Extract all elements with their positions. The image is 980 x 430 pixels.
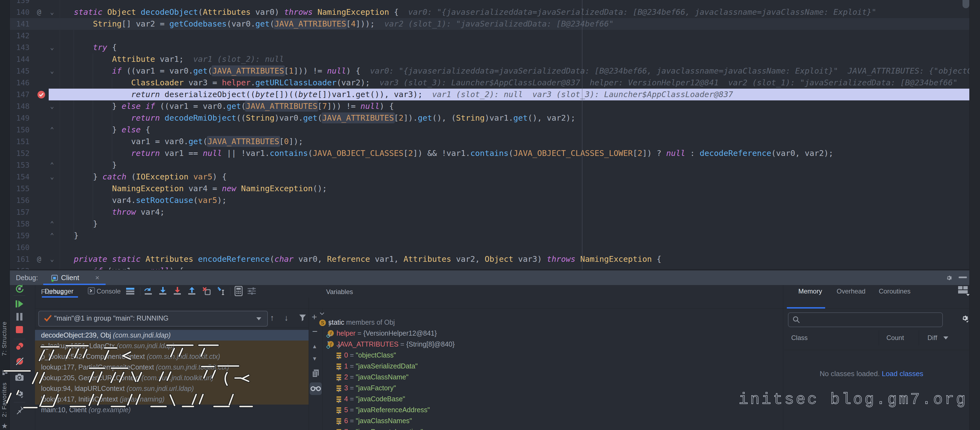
- code-line-139[interactable]: 139: [10, 0, 969, 6]
- code-line-142[interactable]: 142: [10, 30, 969, 41]
- code-line-161[interactable]: 161@⌄ private static Attributes encodeRe…: [10, 253, 969, 265]
- fold-marker-icon[interactable]: ⌄: [50, 6, 54, 18]
- show-watches-button[interactable]: [310, 382, 322, 395]
- rerun-icon[interactable]: [15, 284, 24, 293]
- variable-row[interactable]: 4 = "javaCodeBase": [336, 387, 405, 398]
- code-line-144[interactable]: 144 Attribute var1; var1 (slot_2): null: [10, 53, 969, 65]
- frame-row[interactable]: lookup:205, GenericURLContext (com.sun.j…: [35, 373, 309, 383]
- drop-frame-icon[interactable]: [202, 286, 211, 296]
- chevron-right-icon[interactable]: [336, 398, 430, 404]
- code-line-151[interactable]: 151 var1 = var0.get(JAVA_ATTRIBUTES[0]);: [10, 136, 969, 148]
- variable-row[interactable]: 1 = "javaSerializedData": [336, 354, 418, 365]
- run-to-cursor-icon[interactable]: [216, 286, 226, 296]
- chevron-right-icon[interactable]: [336, 376, 396, 382]
- code-line-153[interactable]: 153⌃ }: [10, 159, 969, 171]
- frame-down-icon[interactable]: ↓: [284, 313, 288, 322]
- code-editor[interactable]: 139140@⌄ static Object decodeObject(Attr…: [10, 0, 969, 270]
- evaluate-expression-icon[interactable]: [234, 286, 243, 296]
- code-line-149[interactable]: 149 return decodeRmiObject((String)var0.…: [10, 112, 969, 124]
- settings-gear-icon[interactable]: [945, 273, 953, 282]
- copy-value-icon[interactable]: [312, 369, 320, 378]
- frame-row[interactable]: decodeObject:239, Obj (com.sun.jndi.ldap…: [35, 330, 309, 341]
- variable-row[interactable]: 3 = "javaFactory": [336, 376, 396, 387]
- remove-watch-icon[interactable]: −: [312, 326, 318, 337]
- fold-marker-icon[interactable]: ⌃: [50, 124, 54, 136]
- code-line-148[interactable]: 148⌄ } else if ((var1 = var0.get(JAVA_AT…: [10, 100, 969, 112]
- code-line-146[interactable]: 146 ClassLoader var3 = helper.getURLClas…: [10, 77, 969, 89]
- breakpoint-icon[interactable]: [37, 90, 46, 99]
- pin-tab-icon[interactable]: [15, 405, 24, 415]
- fold-marker-icon[interactable]: ⌄: [50, 171, 54, 183]
- editor-scrollbar-thumb[interactable]: [963, 0, 969, 8]
- frame-row[interactable]: main:10, Client (org.example): [35, 405, 309, 415]
- fold-marker-icon[interactable]: ⌃: [50, 159, 54, 171]
- variable-row[interactable]: 0 = "objectClass": [336, 343, 396, 354]
- fold-marker-icon[interactable]: ⌄: [50, 65, 54, 77]
- chevron-right-icon[interactable]: [326, 321, 437, 328]
- chevron-right-icon[interactable]: [336, 420, 423, 426]
- code-line-157[interactable]: 157 throw var4;: [10, 206, 969, 218]
- memory-search-input[interactable]: [788, 313, 943, 327]
- fold-marker-icon[interactable]: ⌄: [50, 41, 54, 53]
- chevron-down-icon[interactable]: [319, 310, 395, 317]
- fold-marker-icon[interactable]: ⌄: [50, 253, 54, 265]
- chevron-down-icon[interactable]: [326, 332, 455, 339]
- memory-settings-gear-icon[interactable]: [960, 313, 970, 323]
- pause-icon[interactable]: [15, 313, 24, 321]
- chevron-right-icon[interactable]: [336, 387, 405, 394]
- code-line-147[interactable]: 147 return deserializeObject((byte[])((b…: [10, 89, 969, 100]
- step-out-icon[interactable]: [187, 286, 196, 296]
- tab-overhead[interactable]: Overhead: [837, 285, 865, 298]
- tab-console[interactable]: Console: [97, 285, 121, 298]
- variable-row[interactable]: 2 = "javaClassName": [336, 365, 409, 376]
- code-line-150[interactable]: 150⌃ } else {: [10, 124, 969, 136]
- filter-frames-icon[interactable]: [298, 313, 307, 322]
- variable-row[interactable]: S static members of Obj: [319, 310, 395, 321]
- step-over-icon[interactable]: [144, 286, 153, 296]
- debug-settings-gear-icon[interactable]: [15, 389, 25, 398]
- add-watch-icon[interactable]: +: [312, 311, 317, 322]
- code-line-155[interactable]: 155 NamingException var4 = new NamingExc…: [10, 183, 969, 195]
- load-classes-link[interactable]: Load classes: [882, 370, 923, 378]
- layout-settings-icon[interactable]: [958, 285, 970, 296]
- code-line-159[interactable]: 159⌃ }: [10, 230, 969, 241]
- frame-row[interactable]: lookup:177, PartialCompositeContext (com…: [35, 362, 309, 373]
- annotation-gutter-icon[interactable]: @: [37, 6, 41, 18]
- star-icon[interactable]: ★: [2, 422, 8, 430]
- column-class[interactable]: Class: [791, 332, 808, 343]
- mute-breakpoints-icon[interactable]: [15, 357, 24, 366]
- frame-up-icon[interactable]: ↑: [270, 313, 274, 322]
- frame-row[interactable]: lookup:417, InitialContext (javax.naming…: [35, 394, 309, 405]
- chevron-right-icon[interactable]: [336, 365, 409, 371]
- fold-marker-icon[interactable]: ⌃: [50, 230, 54, 241]
- code-line-145[interactable]: 145⌄ if ((var1 = var0.get(JAVA_ATTRIBUTE…: [10, 65, 969, 77]
- thread-selector-dropdown[interactable]: "main"@1 in group "main": RUNNING: [38, 311, 268, 327]
- fold-marker-icon[interactable]: ⌄: [50, 100, 54, 112]
- code-line-141[interactable]: 141 String[] var2 = getCodebases(var0.ge…: [10, 18, 969, 30]
- thread-dump-camera-icon[interactable]: [15, 373, 24, 381]
- code-line-154[interactable]: 154⌄ } catch (IOException var5) {: [10, 171, 969, 183]
- code-line-140[interactable]: 140@⌄ static Object decodeObject(Attribu…: [10, 6, 969, 18]
- close-tab-icon[interactable]: ×: [95, 271, 99, 285]
- resume-program-icon[interactable]: [15, 299, 24, 309]
- settings-sliders-icon[interactable]: [247, 287, 256, 295]
- chevron-right-icon[interactable]: [336, 409, 412, 415]
- code-line-162[interactable]: 162 if (var1 == null) {: [10, 265, 969, 270]
- variable-row[interactable]: 5 = "javaReferenceAddress": [336, 398, 430, 409]
- frame-row[interactable]: c_lookup:1051, LdapCtx (com.sun.jndi.lda…: [35, 341, 309, 351]
- view-breakpoints-icon[interactable]: [15, 342, 25, 352]
- variable-row[interactable]: 7 = "javaRemoteLocation": [336, 420, 423, 430]
- stop-icon[interactable]: [15, 325, 24, 334]
- chevron-right-icon[interactable]: [336, 343, 396, 349]
- frame-row[interactable]: p_lookup:542, ComponentContext (com.sun.…: [35, 351, 309, 362]
- fold-marker-icon[interactable]: ⌃: [50, 218, 54, 230]
- stripe-structure[interactable]: 7: Structure: [1, 321, 8, 356]
- code-line-158[interactable]: 158⌃ }: [10, 218, 969, 230]
- step-into-icon[interactable]: [158, 286, 167, 296]
- annotation-gutter-icon[interactable]: @: [37, 253, 41, 265]
- frame-row[interactable]: lookup:94, ldapURLContext (com.sun.jndi.…: [35, 383, 309, 394]
- hide-panel-icon[interactable]: [959, 276, 967, 279]
- column-count[interactable]: Count: [886, 332, 904, 343]
- chevron-right-icon[interactable]: [336, 354, 418, 360]
- column-diff[interactable]: Diff: [928, 332, 937, 343]
